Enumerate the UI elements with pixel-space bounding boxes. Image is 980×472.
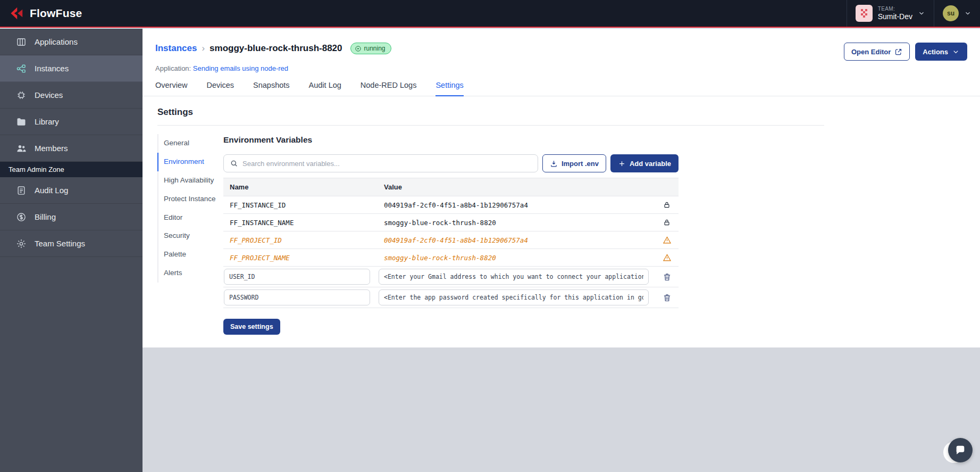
chevron-down-icon	[918, 10, 925, 17]
audit-log-icon	[16, 185, 27, 196]
breadcrumb-instances-link[interactable]: Instances	[155, 43, 197, 54]
import-env-label: Import .env	[562, 160, 599, 168]
sidebar: Applications Instances Devices Library M…	[0, 29, 143, 472]
gear-icon	[16, 238, 27, 249]
status-badge-label: running	[364, 45, 386, 52]
sidebar-item-applications[interactable]: Applications	[0, 29, 143, 55]
team-avatar	[856, 5, 873, 22]
flowfuse-logo[interactable]: FlowFuse	[0, 0, 82, 27]
sidebar-item-label: Members	[35, 144, 68, 153]
table-row-editable	[223, 287, 679, 308]
actions-button[interactable]: Actions	[915, 43, 967, 61]
search-input[interactable]	[242, 160, 532, 168]
import-env-button[interactable]: Import .env	[542, 154, 606, 172]
tab-node-red-logs[interactable]: Node-RED Logs	[361, 81, 417, 96]
env-var-value-cell	[378, 269, 655, 285]
application-line: Application: Sending emails using node-r…	[143, 61, 980, 72]
sidebar-item-members[interactable]: Members	[0, 135, 143, 162]
settings-body: General Environment High Availability Pr…	[157, 133, 824, 335]
lock-icon	[663, 201, 671, 209]
page-header-left: Instances › smoggy-blue-rock-thrush-8820…	[155, 43, 391, 54]
sidebar-item-team-settings[interactable]: Team Settings	[0, 230, 143, 257]
tab-devices[interactable]: Devices	[206, 81, 234, 96]
subnav-environment[interactable]: Environment	[157, 153, 223, 171]
user-menu[interactable]: su	[934, 0, 980, 27]
sidebar-item-label: Audit Log	[35, 186, 68, 195]
chat-widget	[947, 438, 973, 463]
env-var-value-input[interactable]	[379, 289, 649, 305]
application-label: Application:	[155, 64, 191, 72]
subnav-general[interactable]: General	[157, 134, 223, 153]
sidebar-item-library[interactable]: Library	[0, 109, 143, 135]
tab-audit-log[interactable]: Audit Log	[309, 81, 341, 96]
subnav-security[interactable]: Security	[157, 227, 223, 245]
subnav-alerts[interactable]: Alerts	[157, 264, 223, 283]
sidebar-item-label: Team Settings	[35, 239, 85, 248]
settings-subnav: General Environment High Availability Pr…	[157, 133, 223, 335]
sidebar-item-billing[interactable]: Billing	[0, 204, 143, 230]
chat-bubble-icon	[954, 444, 966, 456]
env-var-name: FF_INSTANCE_ID	[223, 201, 378, 209]
team-texts: TEAM: Sumit-Dev	[878, 6, 912, 21]
table-row: FF_INSTANCE_NAME smoggy-blue-rock-thrush…	[223, 214, 679, 231]
open-editor-label: Open Editor	[851, 48, 891, 56]
content-panel: Instances › smoggy-blue-rock-thrush-8820…	[143, 29, 980, 347]
env-var-value-cell	[378, 289, 655, 305]
search-icon	[230, 159, 238, 168]
settings-section: Settings General Environment High Availa…	[143, 96, 824, 335]
column-header-value: Value	[378, 178, 655, 196]
plus-icon	[618, 160, 626, 168]
page-header-actions: Open Editor Actions	[844, 43, 967, 61]
external-link-icon	[894, 48, 902, 56]
environment-variables-title: Environment Variables	[223, 133, 679, 154]
instance-tabs: Overview Devices Snapshots Audit Log Nod…	[143, 81, 980, 96]
env-search	[223, 154, 538, 172]
subnav-palette[interactable]: Palette	[157, 245, 223, 264]
env-toolbar: Import .env Add variable	[223, 154, 679, 172]
env-var-name: FF_PROJECT_NAME	[223, 254, 378, 262]
team-avatar-identicon	[859, 8, 869, 19]
flowfuse-logo-icon	[9, 5, 24, 21]
sidebar-item-devices[interactable]: Devices	[0, 82, 143, 109]
save-settings-button[interactable]: Save settings	[223, 319, 280, 335]
sidebar-item-label: Billing	[35, 212, 56, 221]
env-table: Name Value FF_INSTANCE_ID 004919af-2cf0-…	[223, 178, 679, 308]
sidebar-item-label: Applications	[35, 37, 78, 46]
row-icon-cell	[655, 253, 679, 262]
actions-label: Actions	[923, 48, 948, 56]
open-editor-button[interactable]: Open Editor	[844, 43, 910, 61]
add-variable-button[interactable]: Add variable	[610, 154, 679, 172]
page-header: Instances › smoggy-blue-rock-thrush-8820…	[143, 29, 980, 61]
tab-snapshots[interactable]: Snapshots	[253, 81, 290, 96]
team-admin-zone-label: Team Admin Zone	[0, 162, 143, 177]
warning-icon	[663, 236, 672, 245]
team-selector[interactable]: TEAM: Sumit-Dev	[847, 0, 934, 27]
sidebar-item-label: Library	[35, 117, 59, 126]
trash-icon[interactable]	[663, 293, 672, 302]
env-var-value-input[interactable]	[379, 269, 649, 285]
billing-icon	[16, 212, 27, 222]
sidebar-item-audit-log[interactable]: Audit Log	[0, 177, 143, 204]
env-var-name: FF_INSTANCE_NAME	[223, 219, 378, 227]
trash-icon[interactable]	[663, 272, 672, 281]
tab-overview[interactable]: Overview	[155, 81, 187, 96]
members-icon	[16, 143, 27, 154]
sidebar-item-label: Devices	[35, 90, 63, 100]
sidebar-item-instances[interactable]: Instances	[0, 55, 143, 82]
column-header-actions	[655, 178, 679, 196]
tab-settings[interactable]: Settings	[435, 81, 463, 96]
env-var-name-cell	[223, 289, 378, 305]
instances-icon	[16, 63, 27, 74]
chevron-down-icon	[952, 48, 960, 56]
row-icon-cell	[655, 218, 679, 227]
application-link[interactable]: Sending emails using node-red	[193, 64, 288, 72]
subnav-protect-instance[interactable]: Protect Instance	[157, 190, 223, 209]
chat-button[interactable]	[948, 438, 973, 462]
subnav-high-availability[interactable]: High Availability	[157, 171, 223, 190]
subnav-editor[interactable]: Editor	[157, 209, 223, 227]
env-var-name-cell	[223, 269, 378, 285]
add-variable-label: Add variable	[630, 160, 671, 168]
env-var-name-input[interactable]	[224, 289, 370, 305]
env-var-name-input[interactable]	[224, 269, 370, 285]
row-icon-cell	[655, 272, 679, 281]
